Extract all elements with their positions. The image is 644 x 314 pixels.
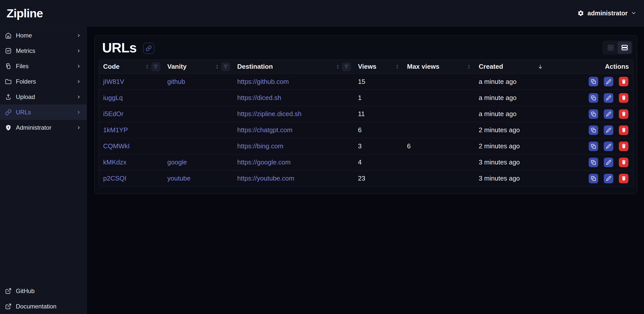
filter-button[interactable] [151, 62, 160, 71]
pencil-icon [606, 144, 611, 149]
url-views: 3 [354, 142, 403, 150]
url-code-link[interactable]: jIW81V [99, 78, 163, 86]
delete-button[interactable] [619, 109, 628, 119]
copy-button[interactable] [589, 93, 598, 103]
copy-icon [591, 176, 596, 181]
user-menu[interactable]: administrator [577, 10, 636, 17]
url-created: a minute ago [475, 94, 546, 102]
column-label: Vanity [167, 63, 187, 71]
column-label: Destination [237, 63, 273, 71]
column-header-max-views: Max views [403, 60, 475, 73]
shield-icon [5, 124, 12, 131]
copy-button[interactable] [589, 77, 598, 86]
url-destination-link[interactable]: https://github.com [233, 78, 354, 86]
trash-icon [621, 79, 626, 84]
sidebar-item-documentation[interactable]: Documentation [0, 299, 87, 314]
sort-icon[interactable] [335, 64, 341, 69]
sidebar-item-label: Administrator [16, 124, 76, 131]
copy-urls-base-button[interactable] [143, 43, 154, 54]
edit-button[interactable] [604, 158, 613, 167]
chevron-right-icon [76, 33, 81, 38]
copy-icon [591, 95, 596, 101]
copy-button[interactable] [589, 142, 598, 151]
grid-view-button[interactable] [603, 42, 618, 54]
url-views: 6 [354, 126, 403, 134]
sidebar-item-upload[interactable]: Upload [0, 89, 87, 104]
url-code-link[interactable]: p2CSQI [99, 175, 163, 182]
url-code-link[interactable]: 1kM1YP [99, 126, 163, 134]
sidebar-item-files[interactable]: Files [0, 58, 87, 74]
column-header-code: Code [99, 60, 163, 73]
copy-button[interactable] [589, 109, 598, 119]
sort-icon[interactable] [214, 64, 220, 69]
url-vanity-link[interactable]: google [163, 158, 233, 166]
sidebar-item-label: Home [16, 32, 76, 39]
sort-icon[interactable] [466, 64, 472, 69]
url-vanity-link[interactable]: github [163, 78, 233, 86]
row-actions [546, 158, 633, 167]
copy-button[interactable] [589, 174, 598, 183]
url-code-link[interactable]: i5EdOr [99, 110, 163, 118]
table-row: kMKdzx google https://google.com 4 3 min… [99, 154, 633, 170]
edit-button[interactable] [604, 93, 613, 103]
delete-button[interactable] [619, 125, 628, 135]
delete-button[interactable] [619, 174, 628, 183]
copy-button[interactable] [589, 158, 598, 167]
trash-icon [621, 95, 626, 100]
sidebar-item-label: GitHub [16, 288, 81, 295]
url-created: 2 minutes ago [475, 126, 546, 134]
pencil-icon [606, 95, 611, 100]
link-icon [5, 109, 12, 116]
copy-button[interactable] [589, 125, 598, 135]
url-code-link[interactable]: kMKdzx [99, 158, 163, 166]
url-destination-link[interactable]: https://chatgpt.com [233, 126, 354, 134]
table-row: i5EdOr https://zipline.diced.sh 11 a min… [99, 106, 633, 122]
chevron-right-icon [76, 110, 81, 115]
url-vanity-link[interactable]: youtube [163, 175, 233, 182]
funnel-icon [344, 64, 349, 69]
url-code-link[interactable]: CQMWkI [99, 142, 163, 150]
column-header-views: Views [354, 60, 403, 73]
edit-button[interactable] [604, 109, 613, 119]
delete-button[interactable] [619, 142, 628, 151]
table-row: p2CSQI youtube https://youtube.com 23 3 … [99, 170, 633, 186]
sort-desc-icon[interactable] [537, 64, 543, 70]
sidebar-item-label: Files [16, 63, 76, 70]
funnel-icon [223, 64, 228, 69]
sidebar-item-administrator[interactable]: Administrator [0, 120, 87, 135]
edit-button[interactable] [604, 125, 613, 135]
sidebar-item-metrics[interactable]: Metrics [0, 43, 87, 58]
url-views: 11 [354, 110, 403, 118]
view-toggle [602, 41, 633, 55]
sidebar-item-folders[interactable]: Folders [0, 74, 87, 89]
url-destination-link[interactable]: https://bing.com [233, 142, 354, 150]
chevron-right-icon [76, 125, 81, 130]
sidebar-item-label: URLs [16, 109, 76, 116]
delete-button[interactable] [619, 77, 628, 86]
pencil-icon [606, 111, 611, 117]
edit-button[interactable] [604, 142, 613, 151]
sidebar-item-urls[interactable]: URLs [0, 104, 87, 120]
copy-icon [591, 127, 596, 133]
sort-icon[interactable] [394, 64, 400, 69]
edit-button[interactable] [604, 77, 613, 86]
delete-button[interactable] [619, 158, 628, 167]
filter-button[interactable] [221, 62, 230, 71]
url-destination-link[interactable]: https://diced.sh [233, 94, 354, 102]
sidebar-item-home[interactable]: Home [0, 28, 87, 43]
url-code-link[interactable]: iuggLq [99, 94, 163, 102]
url-destination-link[interactable]: https://google.com [233, 158, 354, 166]
sidebar-item-github[interactable]: GitHub [0, 283, 87, 299]
sort-icon[interactable] [144, 64, 150, 69]
table-body: jIW81V github https://github.com 15 a mi… [99, 74, 633, 186]
chart-icon [5, 48, 12, 54]
edit-button[interactable] [604, 174, 613, 183]
filter-button[interactable] [342, 62, 351, 71]
list-view-button[interactable] [618, 42, 632, 54]
table-header-row: Code Vanity [99, 60, 633, 74]
url-destination-link[interactable]: https://zipline.diced.sh [233, 110, 354, 118]
trash-icon [621, 160, 626, 165]
delete-button[interactable] [619, 93, 628, 103]
url-destination-link[interactable]: https://youtube.com [233, 175, 354, 182]
url-views: 23 [354, 175, 403, 182]
